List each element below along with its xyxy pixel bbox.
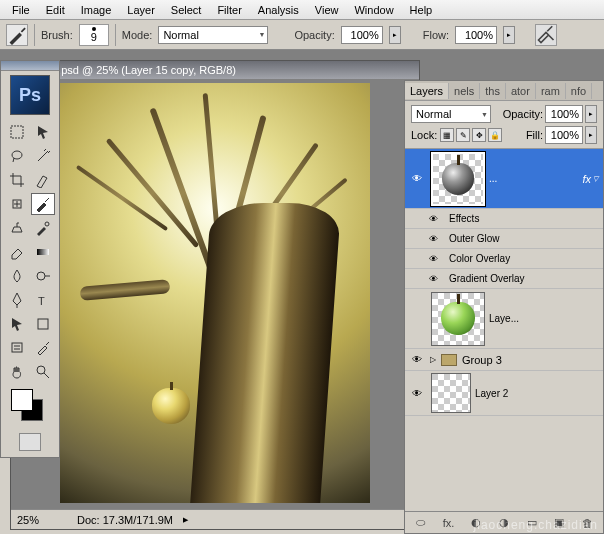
fill-input[interactable]: 100% xyxy=(545,126,583,144)
layer-opacity-input[interactable]: 100% xyxy=(545,105,583,123)
gradient-tool[interactable] xyxy=(31,241,55,263)
layer-blend-mode[interactable]: Normal xyxy=(411,105,491,123)
link-layers-button[interactable]: ⬭ xyxy=(412,515,430,531)
tool-options-bar: Brush: 9 Mode: Normal Opacity: 100% ▸ Fl… xyxy=(0,20,604,50)
lock-transparency-icon[interactable]: ▦ xyxy=(440,128,454,142)
hand-tool[interactable] xyxy=(5,361,29,383)
visibility-toggle[interactable]: 👁 xyxy=(429,234,443,244)
shape-tool[interactable] xyxy=(31,313,55,335)
layer-thumbnail[interactable] xyxy=(431,292,485,346)
layer-name[interactable]: ... xyxy=(489,173,575,184)
menu-image[interactable]: Image xyxy=(73,2,120,18)
layer-thumbnail[interactable] xyxy=(431,152,485,206)
menu-select[interactable]: Select xyxy=(163,2,210,18)
pen-tool[interactable] xyxy=(5,289,29,311)
clone-stamp-tool[interactable] xyxy=(5,217,29,239)
layer-group-row[interactable]: 👁 ▷ Group 3 xyxy=(405,349,603,371)
tab-paths[interactable]: ths xyxy=(480,83,506,99)
marquee-tool[interactable] xyxy=(5,121,29,143)
menu-window[interactable]: Window xyxy=(346,2,401,18)
brush-tool[interactable] xyxy=(31,193,55,215)
lock-pixels-icon[interactable]: ✎ xyxy=(456,128,470,142)
fx-badge[interactable]: fx▽ xyxy=(579,173,601,185)
doc-size-info[interactable]: Doc: 17.3M/171.9M xyxy=(77,514,173,526)
brush-tool-icon[interactable] xyxy=(6,24,28,46)
magic-wand-tool[interactable] xyxy=(31,145,55,167)
tab-channels[interactable]: nels xyxy=(449,83,480,99)
opacity-arrow[interactable]: ▸ xyxy=(389,26,401,44)
eraser-tool[interactable] xyxy=(5,241,29,263)
layer-thumbnail[interactable] xyxy=(431,373,471,413)
menu-file[interactable]: File xyxy=(4,2,38,18)
menu-filter[interactable]: Filter xyxy=(209,2,249,18)
zoom-level[interactable]: 25% xyxy=(17,514,67,526)
crop-tool[interactable] xyxy=(5,169,29,191)
toolbox-handle[interactable] xyxy=(1,61,59,71)
lasso-tool[interactable] xyxy=(5,145,29,167)
visibility-toggle[interactable]: 👁 xyxy=(429,214,443,224)
layer-name[interactable]: Laye... xyxy=(489,313,601,324)
menu-view[interactable]: View xyxy=(307,2,347,18)
canvas[interactable] xyxy=(60,83,370,503)
brush-preset-picker[interactable]: 9 xyxy=(79,24,109,46)
visibility-toggle[interactable]: 👁 xyxy=(429,274,443,284)
delete-layer-button[interactable]: 🗑 xyxy=(578,515,596,531)
group-name[interactable]: Group 3 xyxy=(462,354,502,366)
layer-name[interactable]: Layer 2 xyxy=(475,388,601,399)
flow-arrow[interactable]: ▸ xyxy=(503,26,515,44)
move-tool[interactable] xyxy=(31,121,55,143)
layer-row-green-apple[interactable]: Laye... xyxy=(405,289,603,349)
tab-navigator[interactable]: ator xyxy=(506,83,536,99)
healing-brush-tool[interactable] xyxy=(5,193,29,215)
path-selection-tool[interactable] xyxy=(5,313,29,335)
status-menu-arrow[interactable]: ▶ xyxy=(183,516,188,524)
layers-list[interactable]: 👁 ... fx▽ 👁 Effects 👁 Outer Glow 👁 Color… xyxy=(405,149,603,511)
lock-all-icon[interactable]: 🔒 xyxy=(488,128,502,142)
separator xyxy=(115,24,116,46)
adjustment-layer-button[interactable]: ◑ xyxy=(495,515,513,531)
visibility-toggle[interactable]: 👁 xyxy=(429,254,443,264)
canvas-area[interactable] xyxy=(11,79,419,509)
document-titlebar[interactable]: Ps _tree.psd @ 25% (Layer 15 copy, RGB/8… xyxy=(11,61,419,79)
menu-help[interactable]: Help xyxy=(402,2,441,18)
blend-mode-select[interactable]: Normal xyxy=(158,26,268,44)
effect-color-overlay[interactable]: 👁 Color Overlay xyxy=(405,249,603,269)
standard-mode-button[interactable] xyxy=(19,433,41,451)
menu-analysis[interactable]: Analysis xyxy=(250,2,307,18)
opacity-input[interactable]: 100% xyxy=(341,26,383,44)
tab-histogram[interactable]: ram xyxy=(536,83,566,99)
effects-header[interactable]: 👁 Effects xyxy=(405,209,603,229)
foreground-swatch[interactable] xyxy=(11,389,33,411)
effect-outer-glow[interactable]: 👁 Outer Glow xyxy=(405,229,603,249)
visibility-toggle[interactable]: 👁 xyxy=(409,354,425,365)
history-brush-tool[interactable] xyxy=(31,217,55,239)
menu-edit[interactable]: Edit xyxy=(38,2,73,18)
visibility-toggle[interactable]: 👁 xyxy=(407,388,427,399)
new-layer-button[interactable]: ▣ xyxy=(550,515,568,531)
flow-input[interactable]: 100% xyxy=(455,26,497,44)
airbrush-toggle[interactable] xyxy=(535,24,557,46)
layer-style-button[interactable]: fx. xyxy=(440,515,458,531)
dodge-tool[interactable] xyxy=(31,265,55,287)
effect-name: Color Overlay xyxy=(449,253,510,264)
slice-tool[interactable] xyxy=(31,169,55,191)
zoom-tool[interactable] xyxy=(31,361,55,383)
tab-info[interactable]: nfo xyxy=(566,83,592,99)
layer-group-button[interactable]: ▭ xyxy=(523,515,541,531)
layer-row-layer2[interactable]: 👁 Layer 2 xyxy=(405,371,603,416)
layer-row-selected[interactable]: 👁 ... fx▽ xyxy=(405,149,603,209)
notes-tool[interactable] xyxy=(5,337,29,359)
color-swatches[interactable] xyxy=(5,389,55,429)
eyedropper-tool[interactable] xyxy=(31,337,55,359)
blur-tool[interactable] xyxy=(5,265,29,287)
layer-opacity-arrow[interactable]: ▸ xyxy=(585,105,597,123)
lock-position-icon[interactable]: ✥ xyxy=(472,128,486,142)
fill-arrow[interactable]: ▸ xyxy=(585,126,597,144)
group-disclosure-triangle[interactable]: ▷ xyxy=(430,355,436,364)
visibility-toggle[interactable]: 👁 xyxy=(407,173,427,184)
menu-layer[interactable]: Layer xyxy=(119,2,163,18)
effect-gradient-overlay[interactable]: 👁 Gradient Overlay xyxy=(405,269,603,289)
type-tool[interactable]: T xyxy=(31,289,55,311)
layer-mask-button[interactable]: ◐ xyxy=(467,515,485,531)
tab-layers[interactable]: Layers xyxy=(405,83,449,99)
